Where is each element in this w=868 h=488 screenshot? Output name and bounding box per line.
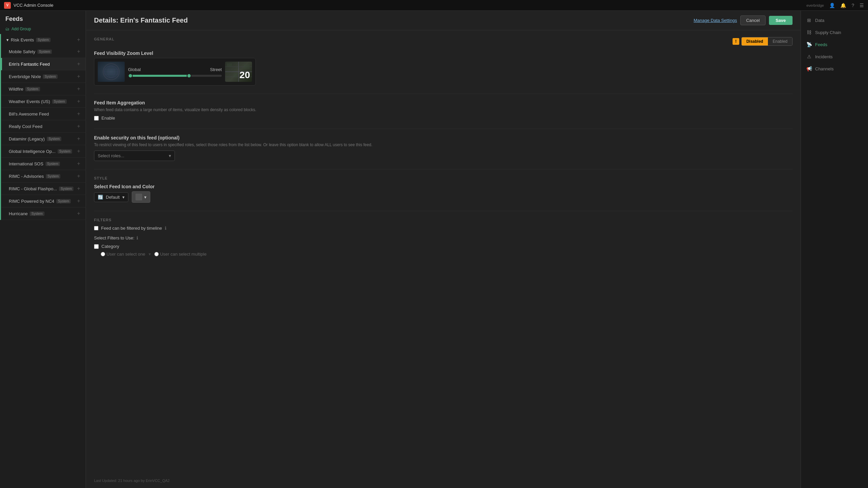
item-add-icon[interactable]: + xyxy=(77,48,80,55)
zoom-container: Global Street xyxy=(94,58,256,86)
question-icon[interactable]: ? xyxy=(851,3,854,8)
item-add-icon[interactable]: + xyxy=(77,210,80,217)
item-label: Wildfire xyxy=(9,87,23,92)
group-add-icon[interactable]: + xyxy=(77,37,80,43)
sidebar-item-rimc-nc4[interactable]: RIMC Powered by NC4 System + xyxy=(1,195,86,207)
enabled-toggle-button[interactable]: Enabled xyxy=(768,37,792,45)
sidebar-item-really-cool-feed[interactable]: Really Cool Feed + xyxy=(1,120,86,133)
save-button[interactable]: Save xyxy=(769,16,793,25)
zoom-global-label: Global xyxy=(128,67,141,72)
item-add-icon[interactable]: + xyxy=(77,61,80,67)
sidebar-item-rimc-advisories[interactable]: RIMC - Advisories System + xyxy=(1,170,86,183)
sidebar-item-global-intelligence[interactable]: Global Intelligence Op... System + xyxy=(1,145,86,158)
category-checkbox[interactable] xyxy=(94,244,99,249)
sidebar-item-dataminr[interactable]: Dataminr (Legacy) System + xyxy=(1,133,86,145)
data-label: Data xyxy=(815,18,824,23)
user-icon[interactable]: 👤 xyxy=(829,3,835,8)
sidebar-item-hurricane[interactable]: Hurricane System + xyxy=(1,207,86,220)
icon-select[interactable]: 🔄 Default ▾ xyxy=(94,192,128,202)
data-icon: ⊞ xyxy=(806,18,812,23)
cancel-button[interactable]: Cancel xyxy=(740,15,765,25)
sidebar-item-rimc-global[interactable]: RIMC - Global Flashpo... System + xyxy=(1,183,86,195)
sidebar-item-weather-events[interactable]: Weather Events (US) System + xyxy=(1,95,86,108)
right-nav-supply-chain[interactable]: ⛓ Supply Chain xyxy=(801,26,868,38)
security-desc: To restrict viewing of this feed to user… xyxy=(94,142,793,147)
sidebar-item-international-sos[interactable]: International SOS System + xyxy=(1,158,86,170)
sidebar-item-everbridge-nixle[interactable]: Everbridge Nixle System + xyxy=(1,70,86,83)
security-section: Enable security on this feed (optional) … xyxy=(94,135,793,161)
divider-1 xyxy=(94,94,793,94)
timeline-filter-row: Feed can be filtered by timeline ℹ xyxy=(94,226,793,231)
item-label: Bill's Awesome Feed xyxy=(9,111,49,117)
zoom-left-thumb[interactable] xyxy=(128,73,133,78)
group-badge: System xyxy=(36,38,51,42)
color-select[interactable]: ▾ xyxy=(132,191,150,203)
item-add-icon[interactable]: + xyxy=(77,173,80,179)
right-nav: ⊞ Data ⛓ Supply Chain 📡 Feeds ⚠ Incident… xyxy=(801,11,868,488)
general-section-header: GENERAL ! Disabled Enabled xyxy=(94,37,793,46)
group-chevron-icon: ▾ xyxy=(6,37,9,42)
item-label: Hurricane xyxy=(9,211,28,216)
sidebar-item-wildfire[interactable]: Wildfire System + xyxy=(1,83,86,95)
right-nav-incidents[interactable]: ⚠ Incidents xyxy=(801,51,868,63)
item-badge: System xyxy=(46,174,60,178)
svg-rect-9 xyxy=(227,63,232,67)
item-add-icon[interactable]: + xyxy=(77,198,80,204)
item-label: RIMC - Global Flashpo... xyxy=(9,186,57,191)
sidebar-item-erins-fantastic-feed[interactable]: Erin's Fantastic Feed + xyxy=(1,58,86,70)
aggregation-checkbox-row: Enable xyxy=(94,116,793,121)
disabled-toggle-button[interactable]: Disabled xyxy=(742,37,768,45)
main-header: Details: Erin's Fantastic Feed Manage Da… xyxy=(86,11,801,30)
bell-icon[interactable]: 🔔 xyxy=(840,3,846,8)
manage-data-settings-link[interactable]: Manage Data Settings xyxy=(694,18,737,23)
global-map-dark xyxy=(98,62,125,82)
menu-icon[interactable]: ☰ xyxy=(860,3,864,8)
item-label: Mobile Safety xyxy=(9,49,35,54)
zoom-right-thumb[interactable] xyxy=(187,73,191,78)
right-nav-data[interactable]: ⊞ Data xyxy=(801,14,868,26)
item-add-icon[interactable]: + xyxy=(77,186,80,192)
item-badge: System xyxy=(30,212,44,216)
item-add-icon[interactable]: + xyxy=(77,136,80,142)
item-add-icon[interactable]: + xyxy=(77,161,80,167)
icon-color-row: 🔄 Default ▾ ▾ xyxy=(94,191,793,203)
content-footer: Last Updated: 21 hours ago by ErinVCC_QA… xyxy=(86,475,801,488)
right-nav-feeds[interactable]: 📡 Feeds xyxy=(801,38,868,51)
item-label: Erin's Fantastic Feed xyxy=(9,62,50,67)
aggregation-enable-label: Enable xyxy=(101,116,115,121)
group-label: Risk Events xyxy=(11,37,34,42)
sidebar-item-bills-awesome-feed[interactable]: Bill's Awesome Feed + xyxy=(1,108,86,120)
general-label: GENERAL xyxy=(94,37,115,41)
zoom-endpoints: Global Street xyxy=(128,67,222,72)
item-add-icon[interactable]: + xyxy=(77,111,80,117)
last-updated: Last Updated: 21 hours ago by ErinVCC_QA… xyxy=(94,479,169,483)
style-title: Select Feed Icon and Color xyxy=(94,184,793,189)
toggle-warning-icon: ! xyxy=(733,38,739,45)
security-title: Enable security on this feed (optional) xyxy=(94,135,793,140)
user-select-multiple-radio[interactable] xyxy=(154,252,159,256)
main-content: Details: Erin's Fantastic Feed Manage Da… xyxy=(86,11,801,488)
svg-rect-11 xyxy=(244,64,250,69)
topbar-left: V VCC Admin Console xyxy=(4,2,54,9)
risk-events-header[interactable]: ▾ Risk Events System + xyxy=(1,34,86,45)
zoom-slider-track[interactable] xyxy=(128,75,222,77)
add-group-button[interactable]: 🗂 Add Group xyxy=(0,25,86,34)
page-title: Details: Erin's Fantastic Feed xyxy=(94,17,188,24)
item-add-icon[interactable]: + xyxy=(77,86,80,92)
item-add-icon[interactable]: + xyxy=(77,123,80,129)
item-add-icon[interactable]: + xyxy=(77,98,80,104)
sidebar-item-mobile-safety[interactable]: Mobile Safety System + xyxy=(1,45,86,58)
roles-select[interactable]: Select roles... ▾ xyxy=(94,151,175,161)
item-add-icon[interactable]: + xyxy=(77,148,80,154)
sidebar: Feeds 🗂 Add Group ▾ Risk Events System +… xyxy=(0,11,86,488)
item-label: International SOS xyxy=(9,161,43,166)
timeline-checkbox[interactable] xyxy=(94,226,98,230)
sidebar-title: Feeds xyxy=(0,11,86,25)
select-filters-label: Select Filters to Use: ℹ xyxy=(94,235,793,240)
aggregation-enable-checkbox[interactable] xyxy=(94,116,99,121)
add-group-icon: 🗂 xyxy=(5,27,9,31)
user-select-one-radio[interactable] xyxy=(101,252,105,256)
right-nav-channels[interactable]: 📢 Channels xyxy=(801,63,868,75)
item-add-icon[interactable]: + xyxy=(77,73,80,79)
filters-info-icon: ℹ xyxy=(136,235,138,240)
